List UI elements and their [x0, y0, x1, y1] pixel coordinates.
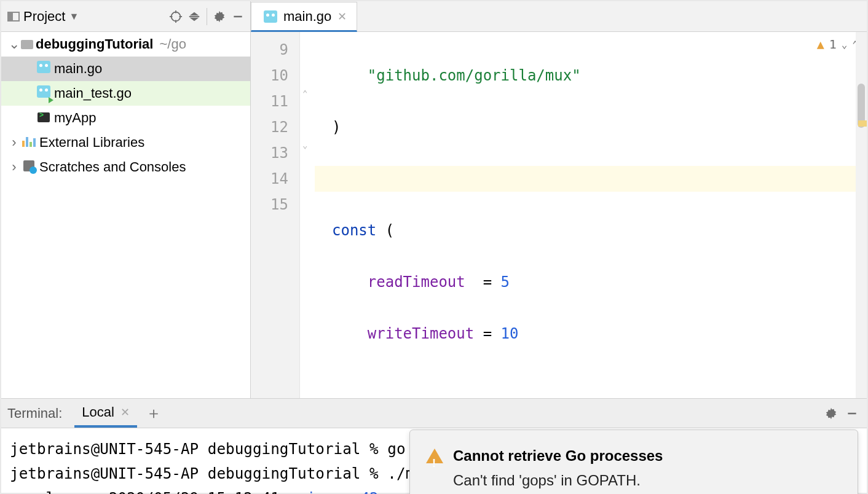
minimize-icon[interactable] — [843, 405, 861, 422]
tree-item-main[interactable]: main.go — [1, 57, 250, 81]
tree-root-path: ~/go — [153, 37, 186, 52]
close-icon[interactable]: ✕ — [120, 406, 130, 419]
terminal-tab-label: Local — [82, 404, 114, 420]
collapse-icon[interactable] — [186, 8, 203, 25]
libraries-icon — [22, 136, 36, 147]
fold-column[interactable]: ⌃ ⌄ — [300, 32, 315, 398]
warning-icon: ▲ — [817, 37, 824, 52]
file-link[interactable]: main.go:42 — [288, 489, 378, 494]
minimize-icon[interactable] — [229, 8, 247, 25]
editor-tab-label: main.go — [283, 9, 331, 25]
tree-item-binary[interactable]: myApp — [1, 106, 250, 130]
warning-marker[interactable] — [858, 120, 867, 127]
chevron-right-icon[interactable]: › — [7, 135, 21, 150]
tree-item-label: Scratches and Consoles — [37, 160, 186, 174]
chevron-down-icon[interactable]: ⌄ — [7, 37, 21, 52]
go-file-icon — [37, 61, 50, 73]
tree-scratches[interactable]: › Scratches and Consoles — [1, 155, 250, 179]
fold-close-icon[interactable]: ⌃ — [302, 88, 307, 98]
editor-scrollbar[interactable] — [856, 32, 867, 398]
chevron-down-icon: ▼ — [69, 11, 79, 22]
go-test-file-icon — [37, 85, 50, 98]
folder-icon — [21, 40, 33, 49]
terminal-tab-local[interactable]: Local ✕ — [74, 399, 137, 428]
tree-item-main-test[interactable]: main_test.go — [1, 81, 250, 106]
project-view-button[interactable]: Project ▼ — [5, 7, 81, 26]
binary-file-icon — [37, 112, 50, 122]
tree-root-name: debuggingTutorial — [33, 37, 153, 52]
go-file-icon — [264, 10, 277, 23]
project-toolbar: Project ▼ — [1, 1, 250, 32]
scratches-icon — [23, 160, 34, 171]
tree-item-label: main.go — [52, 61, 102, 76]
chevron-right-icon[interactable]: › — [7, 160, 21, 174]
tree-item-label: main_test.go — [52, 86, 132, 101]
editor-tab-main[interactable]: main.go ✕ — [251, 2, 357, 32]
svg-rect-5 — [189, 16, 200, 17]
editor: main.go ✕ 9 10 11 12 13 14 15 ⌃ ⌄ — [251, 1, 867, 398]
project-icon — [7, 12, 20, 22]
notification-popup: Cannot retrieve Go processes Can't find … — [409, 429, 858, 494]
tree-item-label: myApp — [52, 111, 96, 125]
fold-open-icon[interactable]: ⌄ — [302, 140, 307, 150]
chevron-down-icon[interactable]: ⌄ — [842, 39, 848, 50]
inspection-widget[interactable]: ▲ 1 ⌄ ⌃ — [817, 37, 858, 52]
target-icon[interactable] — [167, 8, 184, 25]
tree-item-label: External Libraries — [37, 135, 144, 150]
tree-external-libs[interactable]: › External Libraries — [1, 130, 250, 155]
code-editor[interactable]: 9 10 11 12 13 14 15 ⌃ ⌄ "github.com/gori… — [251, 32, 867, 398]
notification-title: Cannot retrieve Go processes — [453, 444, 663, 468]
inspection-count: 1 — [829, 37, 837, 52]
project-tree[interactable]: ⌄ debuggingTutorial ~/go main.go main_te… — [1, 32, 250, 398]
terminal-label: Terminal: — [7, 406, 71, 421]
warning-icon — [426, 449, 443, 463]
notification-message: Can't find 'gops' in GOPATH. — [426, 468, 842, 493]
project-sidebar: Project ▼ — [1, 1, 251, 398]
gear-icon[interactable] — [823, 405, 840, 422]
code-body[interactable]: "github.com/gorilla/mux" ) const ( readT… — [315, 32, 867, 398]
editor-tabbar: main.go ✕ — [251, 1, 867, 32]
line-gutter: 9 10 11 12 13 14 15 — [251, 32, 300, 398]
tree-root[interactable]: ⌄ debuggingTutorial ~/go — [1, 32, 250, 57]
svg-point-0 — [172, 12, 181, 21]
close-icon[interactable]: ✕ — [337, 10, 347, 23]
project-label: Project — [23, 9, 65, 25]
gear-icon[interactable] — [211, 8, 228, 25]
terminal-panel: Terminal: Local ✕ ＋ jetbrains@UNIT-545-A… — [1, 399, 867, 494]
terminal-toolbar: Terminal: Local ✕ ＋ — [1, 399, 867, 428]
add-terminal-button[interactable]: ＋ — [141, 402, 167, 424]
